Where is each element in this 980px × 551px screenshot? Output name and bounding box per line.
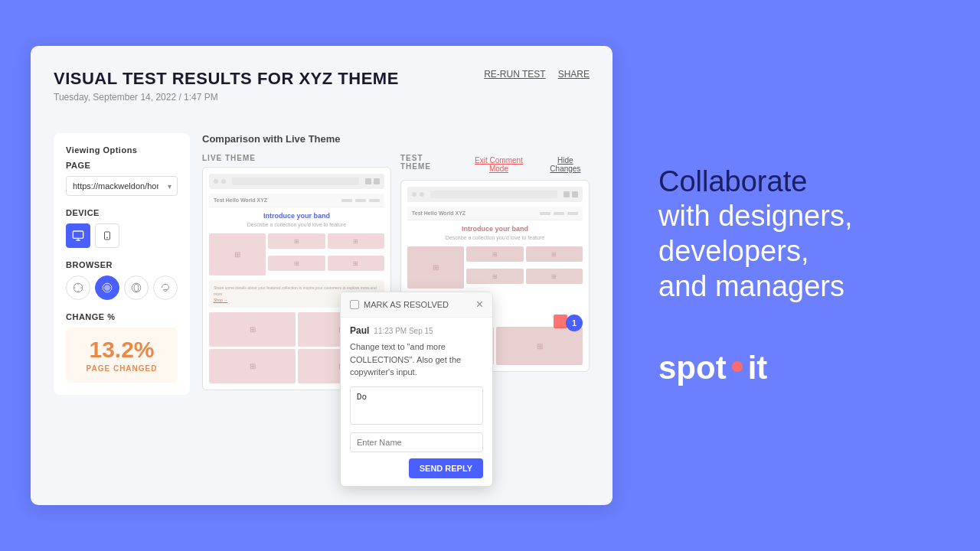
close-popup-button[interactable]: ×: [476, 298, 483, 311]
change-status: PAGE CHANGED: [87, 364, 158, 373]
test-image-icon-5: ⊞: [551, 273, 557, 280]
firefox-browser-button[interactable]: [95, 276, 119, 300]
svg-point-6: [134, 284, 139, 291]
mark-resolved-label[interactable]: MARK AS RESOLVED: [364, 300, 449, 309]
safari-browser-button[interactable]: [66, 276, 90, 300]
change-label: CHANGE %: [66, 312, 178, 321]
browser-icon-2: [374, 178, 380, 184]
device-label: DEVICE: [66, 208, 178, 217]
comment-popup-header: MARK AS RESOLVED ×: [341, 292, 492, 318]
comment-text: Change text to "and more COLLECTIONS". A…: [350, 341, 483, 379]
live-site-logo: Test Hello World XYZ: [214, 197, 267, 203]
comment-popup-body: Paul 11:23 PM Sep 15 Change text to "and…: [341, 318, 492, 486]
viewing-options-title: Viewing Options: [66, 145, 178, 155]
test-bottom-img-2: ⊞: [496, 327, 583, 365]
card-header: VISUAL TEST RESULTS FOR XYZ THEME Tuesda…: [54, 69, 590, 118]
page-label: PAGE: [66, 161, 178, 170]
device-buttons: [66, 223, 178, 248]
card-title: VISUAL TEST RESULTS FOR XYZ THEME: [54, 69, 399, 89]
nav-item-2: [355, 199, 366, 202]
image-icon-1: ⊞: [234, 250, 240, 259]
browser-buttons: [66, 276, 178, 300]
hide-changes-button[interactable]: Hide Changes: [541, 156, 590, 173]
svg-rect-0: [73, 231, 83, 238]
comment-popup: MARK AS RESOLVED × Paul 11:23 PM Sep 15 …: [340, 292, 493, 487]
live-bottom-img-1: ⊞: [209, 312, 296, 347]
test-browser-address-bar: [430, 191, 557, 198]
live-img-1: ⊞: [209, 233, 266, 276]
test-image-icon-7: ⊞: [537, 342, 543, 350]
image-icon-2: ⊞: [294, 238, 299, 245]
resolved-checkbox[interactable]: [350, 300, 359, 309]
left-panel: VISUAL TEST RESULTS FOR XYZ THEME Tuesda…: [0, 0, 643, 551]
test-nav-item-1: [540, 212, 550, 215]
rerun-link[interactable]: RE-RUN TEST: [484, 69, 545, 80]
comment-author-row: Paul 11:23 PM Sep 15: [350, 325, 483, 336]
test-image-icon-3: ⊞: [551, 251, 557, 258]
test-image-icon-2: ⊞: [492, 251, 498, 258]
comment-author: Paul: [350, 325, 369, 336]
test-preview-subtext: Describe a collection you'd love to feat…: [407, 235, 583, 240]
right-tagline: Collaborate with designers, developers, …: [658, 165, 852, 304]
live-images-grid: ⊞ ⊞ ⊞ ⊞: [209, 233, 384, 276]
image-icon-5: ⊞: [353, 260, 358, 267]
brand-name-it: it: [748, 350, 768, 386]
test-theme-label: TEST THEME: [400, 154, 456, 171]
desktop-device-button[interactable]: [66, 223, 90, 248]
tagline-line1: Collaborate: [658, 165, 852, 200]
mobile-device-button[interactable]: [95, 223, 119, 248]
exit-comment-button[interactable]: Exit Comment Mode: [464, 156, 533, 173]
live-preview-subtext: Describe a collection you'd love to feat…: [209, 222, 384, 227]
live-browser-bar: [209, 174, 384, 189]
comparison-area: Comparison with Live Theme LIVE THEME: [202, 133, 590, 395]
nav-item-3: [369, 199, 380, 202]
page-select[interactable]: https://mackweldon/home: [66, 176, 178, 196]
image-icon-8: ⊞: [250, 362, 256, 370]
edge-browser-button[interactable]: [153, 276, 178, 300]
test-browser-dot-1: [412, 192, 416, 197]
viewing-options-panel: Viewing Options PAGE https://mackweldon/…: [54, 133, 190, 395]
name-input[interactable]: [350, 432, 483, 452]
reply-textarea[interactable]: Do: [350, 386, 483, 425]
brand-logo: spot it: [658, 350, 767, 386]
tagline-line2: with designers,: [658, 199, 852, 234]
share-link[interactable]: SHARE: [558, 69, 590, 80]
image-icon-3: ⊞: [353, 238, 358, 245]
send-reply-button[interactable]: SEND REPLY: [409, 458, 483, 478]
live-img-3: ⊞: [328, 233, 384, 249]
test-site-logo: Test Hello World XYZ: [412, 210, 466, 216]
main-card: VISUAL TEST RESULTS FOR XYZ THEME Tuesda…: [31, 46, 612, 505]
card-title-group: VISUAL TEST RESULTS FOR XYZ THEME Tuesda…: [54, 69, 399, 118]
browser-dot-2: [221, 179, 226, 184]
live-site-nav-items: [341, 199, 380, 202]
browser-label: BROWSER: [66, 260, 178, 269]
test-site-nav-items: [540, 212, 578, 215]
live-bottom-img-3: ⊞: [209, 349, 296, 383]
card-body: Viewing Options PAGE https://mackweldon/…: [54, 133, 590, 395]
test-browser-dot-2: [420, 192, 424, 197]
live-theme-label: LIVE THEME: [202, 154, 391, 162]
test-site-nav: Test Hello World XYZ: [407, 207, 583, 220]
test-image-icon-1: ⊞: [433, 263, 439, 272]
test-img-2: ⊞: [466, 246, 523, 262]
comment-count-badge[interactable]: 1: [566, 315, 583, 331]
test-preview-heading: Introduce your band: [407, 225, 583, 233]
right-panel: Collaborate with designers, developers, …: [643, 0, 980, 551]
comment-time: 11:23 PM Sep 15: [374, 327, 433, 335]
card-date: Tuesday, September 14, 2022 / 1:47 PM: [54, 92, 399, 103]
page-select-wrapper: https://mackweldon/home ▾: [66, 176, 178, 196]
live-img-2: ⊞: [268, 233, 325, 249]
change-percent-box: 13.2% PAGE CHANGED: [66, 328, 178, 383]
test-browser-icon-2: [572, 191, 578, 197]
brand-name-text: spot: [658, 350, 727, 386]
test-nav-item-2: [554, 212, 564, 215]
svg-point-2: [107, 237, 108, 238]
test-nav-item-3: [567, 212, 578, 215]
test-image-icon-4: ⊞: [492, 273, 498, 280]
change-percent-value: 13.2%: [75, 337, 168, 363]
browser-icon-1: [365, 178, 371, 184]
browser-icons: [365, 178, 380, 184]
opera-browser-button[interactable]: [124, 276, 149, 300]
image-icon-4: ⊞: [294, 260, 299, 267]
test-browser-icons: [564, 191, 578, 197]
